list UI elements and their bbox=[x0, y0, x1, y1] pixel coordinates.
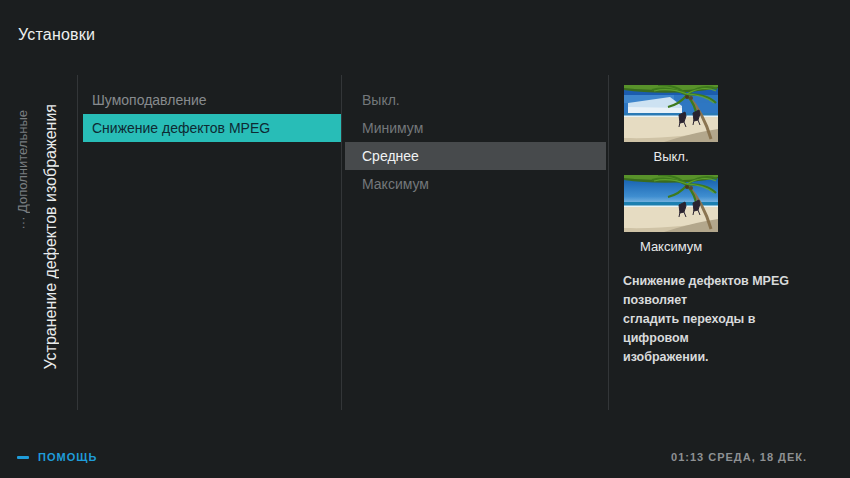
menu-item-mpeg-artifact-reduction[interactable]: Снижение дефектов MPEG bbox=[83, 114, 341, 142]
option-off[interactable]: Выкл. bbox=[345, 86, 606, 114]
divider-options-preview bbox=[608, 75, 609, 410]
option-maximum[interactable]: Максимум bbox=[345, 170, 606, 198]
preview-max-label: Максимум bbox=[624, 239, 718, 254]
divider-menu-options bbox=[341, 75, 342, 410]
tv-settings-screen: Установки ··· Дополнительные Устранение … bbox=[0, 0, 850, 478]
preview-off-label: Выкл. bbox=[624, 149, 718, 164]
settings-menu-list: Шумоподавление Снижение дефектов MPEG bbox=[83, 86, 341, 142]
divider-sidebar bbox=[77, 75, 78, 410]
breadcrumb-current-menu: Устранение дефектов изображения bbox=[42, 104, 60, 370]
help-key-dash-icon bbox=[17, 456, 29, 459]
breadcrumb-parent-menu: ··· Дополнительные bbox=[15, 110, 30, 230]
menu-item-noise-reduction[interactable]: Шумоподавление bbox=[83, 86, 341, 114]
option-minimum[interactable]: Минимум bbox=[345, 114, 606, 142]
help-button[interactable]: ПОМОЩЬ bbox=[38, 451, 97, 463]
beach-preview-smooth-thumbnail bbox=[624, 175, 718, 232]
page-title: Установки bbox=[18, 26, 95, 44]
beach-preview-artifacts-thumbnail bbox=[624, 85, 718, 142]
option-list: Выкл. Минимум Среднее Максимум bbox=[345, 86, 606, 198]
setting-description: Снижение дефектов MPEG позволяет сгладит… bbox=[623, 272, 823, 367]
clock-date: 01:13 СРЕДА, 18 ДЕК. bbox=[671, 451, 807, 463]
option-medium[interactable]: Среднее bbox=[345, 142, 606, 170]
